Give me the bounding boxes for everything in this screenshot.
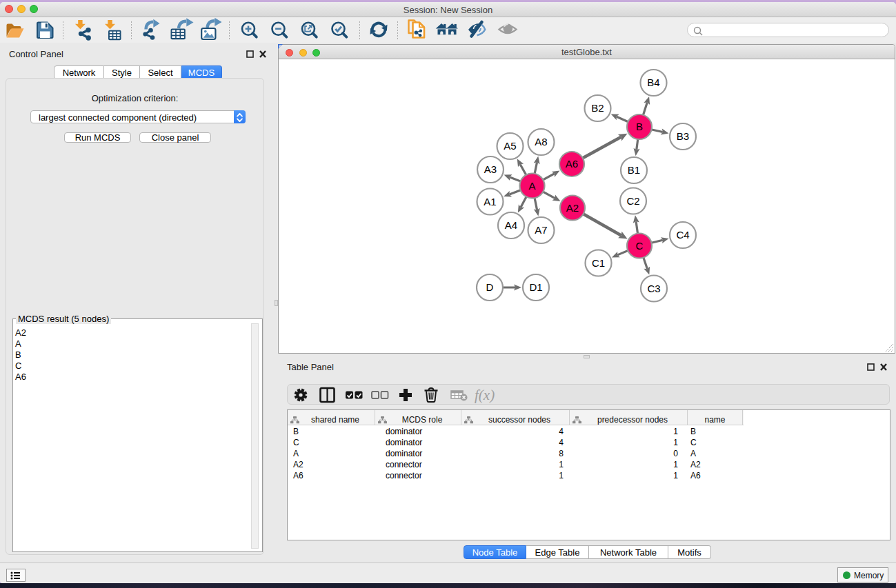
svg-text:C3: C3 bbox=[647, 283, 660, 294]
svg-text:B3: B3 bbox=[677, 130, 689, 142]
svg-text:B2: B2 bbox=[591, 102, 604, 114]
svg-text:A: A bbox=[528, 180, 535, 192]
svg-text:C1: C1 bbox=[592, 257, 605, 269]
svg-text:C4: C4 bbox=[676, 229, 689, 241]
svg-text:C: C bbox=[636, 240, 644, 252]
svg-text:f(x): f(x) bbox=[475, 387, 495, 403]
svg-text:D1: D1 bbox=[529, 281, 542, 293]
svg-text:A4: A4 bbox=[505, 219, 517, 231]
svg-text:B: B bbox=[636, 121, 643, 132]
svg-text:A2: A2 bbox=[566, 202, 579, 214]
svg-text:C2: C2 bbox=[626, 195, 639, 207]
svg-text:A6: A6 bbox=[566, 158, 578, 170]
svg-text:A3: A3 bbox=[484, 163, 497, 175]
svg-text:B1: B1 bbox=[628, 164, 640, 176]
svg-text:A1: A1 bbox=[484, 196, 496, 207]
svg-text:A5: A5 bbox=[504, 140, 516, 152]
svg-text:D: D bbox=[486, 281, 494, 293]
svg-text:A7: A7 bbox=[535, 224, 547, 236]
svg-text:B4: B4 bbox=[647, 77, 659, 88]
svg-text:A8: A8 bbox=[535, 136, 547, 148]
